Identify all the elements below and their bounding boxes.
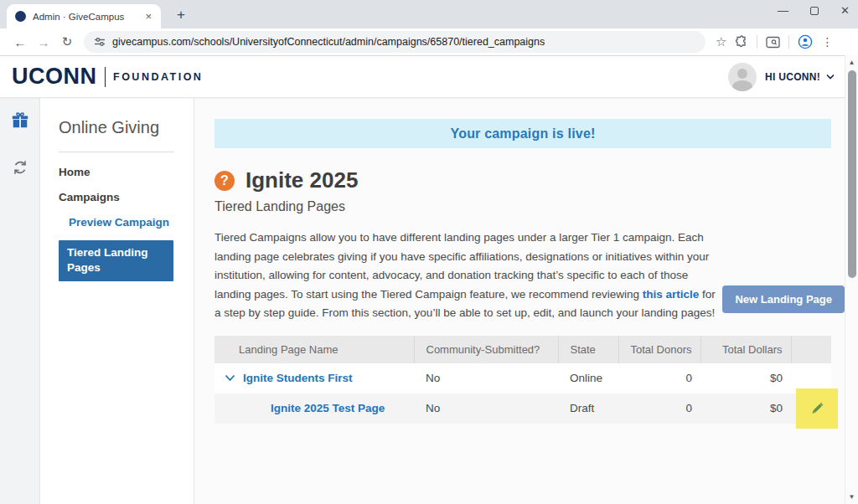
toolbar-divider: [757, 35, 757, 49]
new-landing-page-button[interactable]: New Landing Page: [722, 285, 845, 313]
landing-page-link[interactable]: Ignite 2025 Test Page: [271, 402, 385, 414]
this-article-link[interactable]: this article: [643, 288, 700, 301]
reload-icon[interactable]: ↻: [55, 34, 79, 49]
scroll-down-icon[interactable]: ▼: [845, 493, 858, 501]
dollars-value: $0: [700, 363, 791, 393]
table-header-row: Landing Page Name Community-Submitted? S…: [214, 336, 831, 363]
banner-text: Your campaign is live!: [450, 126, 595, 141]
header-total-donors: Total Donors: [618, 336, 700, 363]
greeting-text: HI UCONN!: [765, 71, 820, 83]
landing-page-link[interactable]: Ignite Students First: [243, 372, 353, 384]
main-content: Your campaign is live! ? Ignite 2025 Tie…: [194, 98, 858, 504]
avatar: [728, 63, 757, 91]
browser-menu-icon[interactable]: ⋮: [821, 35, 833, 49]
page-subtitle: Tiered Landing Pages: [214, 199, 845, 214]
window-minimize-icon[interactable]: —: [778, 3, 788, 18]
community-value: No: [414, 363, 558, 393]
logo-divider: [105, 67, 106, 87]
logo-uconn: UCONN: [12, 64, 97, 90]
site-settings-icon[interactable]: [94, 36, 106, 48]
url-text: givecampus.com/schools/UniversityofConne…: [112, 36, 545, 48]
header-actions: [791, 336, 831, 363]
landing-pages-table: Landing Page Name Community-Submitted? S…: [214, 336, 831, 424]
nav-divider: [59, 152, 174, 152]
window-restore-icon[interactable]: [810, 7, 819, 15]
extensions-icon[interactable]: [735, 35, 748, 49]
sidebar-item-tiered-landing-pages[interactable]: Tiered Landing Pages: [59, 240, 173, 281]
state-value: Draft: [558, 393, 618, 424]
state-value: Online: [558, 363, 618, 393]
header-community-submitted: Community-Submitted?: [414, 336, 558, 363]
campaign-live-banner: Your campaign is live!: [214, 119, 831, 148]
header-total-dollars: Total Dollars: [700, 336, 791, 363]
edit-pencil-icon[interactable]: [809, 400, 825, 417]
uconn-foundation-logo[interactable]: UCONN FOUNDATION: [12, 64, 203, 90]
online-giving-nav: Online Giving Home Campaigns Preview Cam…: [40, 98, 194, 504]
tiered-description: Tiered Campaigns allow you to have diffe…: [214, 229, 718, 323]
window-close-icon[interactable]: ✕: [840, 3, 850, 18]
scrollbar-thumb[interactable]: [848, 70, 856, 278]
toolbar-divider: [788, 35, 789, 49]
dollars-value: $0: [700, 393, 791, 424]
expand-chevron-icon[interactable]: [225, 374, 235, 382]
back-icon[interactable]: ←: [8, 35, 32, 49]
browser-tabstrip: Admin · GiveCampus × + — ✕: [0, 0, 858, 28]
browser-toolbar: ← → ↻ givecampus.com/schools/Universityo…: [0, 28, 858, 56]
address-bar[interactable]: givecampus.com/schools/UniversityofConne…: [84, 31, 706, 53]
profile-icon[interactable]: [798, 34, 813, 49]
sidebar-item-campaigns[interactable]: Campaigns: [59, 191, 194, 203]
giving-gift-icon[interactable]: [9, 110, 31, 131]
tab-close-icon[interactable]: ×: [142, 10, 154, 23]
community-value: No: [414, 393, 558, 424]
chevron-down-icon: [826, 74, 835, 80]
bookmark-star-icon[interactable]: ☆: [716, 34, 726, 49]
donors-value: 0: [618, 393, 700, 424]
table-row: Ignite Students First No Online 0 $0: [214, 363, 831, 393]
edit-highlight: [796, 388, 838, 429]
logo-foundation: FOUNDATION: [113, 71, 203, 83]
icon-rail: [0, 98, 40, 504]
new-tab-icon[interactable]: +: [171, 5, 191, 25]
forward-icon[interactable]: →: [32, 35, 55, 49]
help-icon[interactable]: ?: [214, 171, 235, 191]
page-title: Ignite 2025: [246, 167, 358, 193]
table-row: Ignite 2025 Test Page No Draft 0 $0: [214, 393, 831, 424]
header-landing-page-name: Landing Page Name: [214, 336, 414, 363]
site-header: UCONN FOUNDATION HI UCONN!: [0, 56, 858, 98]
scroll-up-icon[interactable]: ▲: [845, 59, 858, 66]
tab-title: Admin · GiveCampus: [33, 12, 136, 22]
donors-value: 0: [618, 363, 700, 393]
header-state: State: [558, 336, 618, 363]
description-text: Tiered Campaigns allow you to have diffe…: [214, 231, 709, 301]
site-favicon: [15, 11, 26, 22]
sidebar-search-icon[interactable]: [766, 36, 780, 49]
nav-title: Online Giving: [59, 118, 194, 137]
page-scrollbar[interactable]: ▲ ▼: [845, 55, 858, 504]
sidebar-item-preview-campaign[interactable]: Preview Campaign: [69, 216, 194, 229]
recurring-icon[interactable]: [9, 157, 31, 178]
browser-tab[interactable]: Admin · GiveCampus ×: [7, 4, 161, 28]
account-menu[interactable]: HI UCONN!: [728, 63, 835, 91]
sidebar-item-home[interactable]: Home: [59, 166, 194, 178]
